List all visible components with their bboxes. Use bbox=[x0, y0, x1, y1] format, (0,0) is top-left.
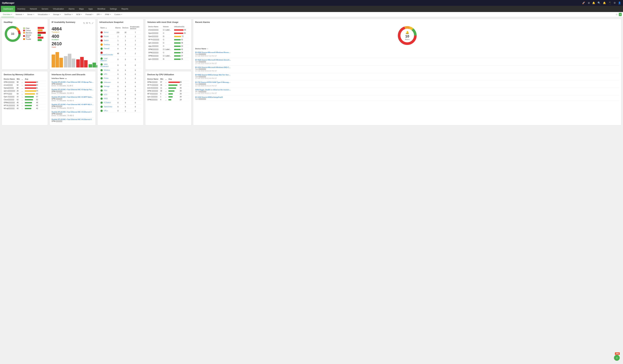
iface-row[interactable]: Realtek RTL8139C+ Fast Ethernet NIC #4-E… bbox=[52, 118, 94, 123]
memory-row[interactable]: Opm-2xxxxxxx 15 ... 57 bbox=[4, 95, 46, 98]
memory-row[interactable]: HP Prxxxxx 59 ... 63 bbox=[4, 92, 46, 95]
copy-icon[interactable]: ⧉ bbox=[86, 21, 88, 24]
settings-icon[interactable]: ⚙ bbox=[614, 1, 616, 4]
cpu-row[interactable]: HP Dxxxxxxxx 4 ... 29 bbox=[147, 92, 189, 95]
disk-table-row[interactable]: OPMxxxxxxxx C: 38 bbox=[148, 51, 189, 54]
cpu-row[interactable]: OPM-xxxxxxxx 30 ... 39 bbox=[147, 89, 189, 92]
alarm-id[interactable]: ID=700 Source=NTDS ISAM Type=3 Message=N… bbox=[195, 82, 231, 83]
device-name[interactable]: FCSwitch bbox=[104, 102, 111, 104]
nav-item-dashboard[interactable]: Dashboard bbox=[1, 6, 15, 12]
nav-item-network[interactable]: Network bbox=[28, 6, 39, 12]
alarm-item[interactable]: ID=700 Source=NTDS ISAM Type=3 Message=N… bbox=[195, 81, 619, 88]
rocket-icon[interactable]: 🚀 bbox=[582, 1, 585, 4]
disk-table-row[interactable]: vijay-xxxxxxxx C: 43 bbox=[148, 45, 189, 48]
cpu-row[interactable]: OPMxxxxxxxx 4 ... 19 bbox=[147, 98, 189, 101]
device-name[interactable]: RAID bbox=[104, 98, 108, 99]
device-name[interactable]: Storage bbox=[104, 86, 110, 87]
sub-item-ipam[interactable]: IPAM ▼ bbox=[103, 12, 113, 17]
iface-name[interactable]: Realtek RTL8139C+ Fast Ethernet NIC #3-N… bbox=[52, 81, 94, 83]
device-name[interactable]: URLs bbox=[104, 110, 108, 112]
infra-table-row[interactable]: ✕ Switch 1 2 1 bbox=[100, 39, 141, 43]
cpu-row[interactable]: k16-Dxxxxxxxx 11 ... 49 bbox=[147, 87, 189, 89]
disk-table-row[interactable]: Opmxxxxxxxx C: 95 bbox=[148, 32, 189, 35]
cpu-row[interactable]: opm-xxxxxxxx 1 ... 28 bbox=[147, 95, 189, 98]
disk-table-row[interactable]: OPMxxxxxxxx C:\ Label... 37 bbox=[148, 55, 189, 57]
disk-table-row[interactable]: OPMxxxxxxxx C:\ Label... 42 bbox=[148, 48, 189, 51]
memory-row[interactable]: Opmaxxxxxxx 80 ... 81 bbox=[4, 87, 46, 89]
disk-table-row[interactable]: Opmxxxxxxxx D: 72 bbox=[148, 35, 189, 38]
star-icon[interactable]: ☆ bbox=[616, 13, 618, 16]
device-name[interactable]: UCS bbox=[104, 94, 107, 95]
disk-table-row[interactable]: opm-xxxxxxxx C: 48 bbox=[148, 42, 189, 44]
nav-item-virtualization[interactable]: Virtualization bbox=[50, 6, 66, 12]
infra-table-row[interactable]: ✓ RAID 0 0 0 bbox=[100, 97, 141, 101]
alarm-sort-arrow[interactable]: ▲ bbox=[207, 48, 208, 49]
infra-table-row[interactable]: ✓ Printer 0 1 0 bbox=[100, 77, 141, 80]
bell-icon[interactable]: 🔔 bbox=[592, 1, 595, 4]
infra-table-row[interactable]: ✓ WAN Accelerator 0 0 0 bbox=[100, 63, 141, 68]
alarm-item[interactable]: ID=2004 Source=Microsoft-Windows-Resourc… bbox=[195, 51, 619, 58]
disk-table-row[interactable]: opm-xxxxxxxx D: 35 bbox=[148, 58, 189, 61]
iface-sort-arrow[interactable]: ▲ bbox=[65, 77, 67, 79]
device-name[interactable]: Printer bbox=[104, 77, 109, 79]
nav-item-reports[interactable]: Reports bbox=[119, 6, 131, 12]
infra-table-row[interactable]: ✓ FCSwitch 0 0 0 bbox=[100, 101, 141, 105]
nav-item-workflow[interactable]: Workflow bbox=[95, 6, 108, 12]
infra-table-row[interactable]: ✓ Wireless 0 0 0 bbox=[100, 68, 141, 72]
nav-item-apps[interactable]: Apps bbox=[86, 6, 95, 12]
alarm-id[interactable]: ID=1014 Source=Microsoft-Windows-DNS-Cli… bbox=[195, 66, 231, 68]
memory-row[interactable]: opm-wxxxxxxxx 26 ... 74 bbox=[4, 89, 46, 92]
infra-table-row[interactable]: ✓ TapeLibrary 0 0 0 bbox=[100, 105, 141, 109]
user-icon[interactable]: 👤 bbox=[618, 1, 621, 4]
infra-table-row[interactable]: ! Desktop 8 3 2 bbox=[100, 43, 141, 46]
nav-item-maps[interactable]: Maps bbox=[77, 6, 86, 12]
infra-table-row[interactable]: ✓ Firewall 0 0 0 bbox=[100, 47, 141, 51]
sub-item-network[interactable]: Network ▼ bbox=[14, 12, 26, 17]
iface-name[interactable]: Realtek RTL8139C+ Fast Ethernet NIC #3-E… bbox=[52, 111, 94, 113]
devices-icon[interactable]: 📱 bbox=[608, 1, 611, 4]
nav-item-servers[interactable]: Servers bbox=[39, 6, 50, 12]
iface-row[interactable]: Realtek RTL8139C+ Fast Ethernet NIC #3-W… bbox=[52, 95, 94, 103]
memory-row[interactable]: Ciscoxxxxxxxx 52 ... 52 bbox=[4, 98, 46, 101]
monitor-icon[interactable]: 🖥 bbox=[587, 1, 590, 4]
memory-row[interactable]: OPMoxxxxxxxx 45 ... 46 bbox=[4, 101, 46, 104]
menu-icon[interactable]: ≡ bbox=[619, 13, 622, 16]
alarm-id[interactable]: ID=1010 Source=MSExchangeFastS bbox=[195, 96, 231, 98]
infra-table-row[interactable]: ✓ UPS 0 0 0 bbox=[100, 72, 141, 76]
iface-name[interactable]: Realtek RTL8139C+ Fast Ethernet NIC #4-E… bbox=[52, 119, 94, 120]
infra-table-row[interactable]: ✓ UCS 0 0 0 bbox=[100, 93, 141, 97]
alarm-item[interactable]: ID=1014 Source=Microsoft-Windows-DNS-Cli… bbox=[195, 65, 619, 73]
alarm-id[interactable]: APM Plugin: Health is critical as the re… bbox=[195, 89, 231, 91]
sub-item-ncm[interactable]: NCM ▼ bbox=[75, 12, 84, 17]
sort-icon[interactable]: ▲ bbox=[105, 27, 107, 29]
sub-item-custom[interactable]: Custom ▼ bbox=[113, 12, 124, 17]
expand-icon[interactable]: ⤢ bbox=[92, 22, 94, 24]
alarm-item[interactable]: ID=6002 Source=MSExchange Mid-Tier Stora… bbox=[195, 73, 619, 81]
nav-item-alarms[interactable]: Alarms bbox=[66, 6, 77, 12]
device-name[interactable]: TapeLibrary bbox=[104, 106, 112, 107]
search-icon[interactable]: 🔍 bbox=[598, 1, 601, 4]
alarm-item[interactable]: ID=4625 Source=Microsoft-Windows-Securit… bbox=[195, 58, 619, 65]
infra-table-row[interactable]: ✓ Unknown 0 3 0 bbox=[100, 81, 141, 84]
infra-table-row[interactable]: ✕ Router 2 2 2 bbox=[100, 35, 141, 39]
device-name[interactable]: DomainController bbox=[100, 54, 113, 56]
iface-name[interactable]: Realtek RTL8139C+ Fast Ethernet NIC #3-W… bbox=[52, 104, 94, 106]
cpu-row[interactable]: OPMcxxxxxxx 97 ... 99 bbox=[147, 81, 189, 84]
iface-row[interactable]: Realtek RTL8139C+ Fast Ethernet NIC #3-N… bbox=[52, 88, 94, 95]
alarm-id[interactable]: ID=2004 Source=Microsoft-Windows-Resourc… bbox=[195, 52, 231, 53]
sub-item-storage[interactable]: Storage ▼ bbox=[51, 12, 63, 17]
infra-table-row[interactable]: ✕ DomainController 49 2 2 bbox=[100, 51, 141, 56]
alarm-item[interactable]: ID=1010 Source=MSExchangeFastS Opmxxxxxx… bbox=[195, 95, 619, 101]
device-name[interactable]: Firewall bbox=[104, 48, 109, 49]
infra-table-row[interactable]: ✓ URLs 0 0 0 bbox=[100, 109, 141, 113]
memory-row[interactable]: OPM-xxxxxxxx 98 ... 98 bbox=[4, 81, 46, 84]
iface-row[interactable]: Realtek RTL8139C+ Fast Ethernet NIC #3-N… bbox=[52, 80, 94, 88]
disk-table-row[interactable]: HP Prxxxxxxxx C: 52 bbox=[148, 38, 189, 41]
device-name[interactable]: Server bbox=[104, 31, 109, 33]
device-name[interactable]: Switch bbox=[104, 40, 109, 41]
infra-table-row[interactable]: ✓ Storage 0 0 0 bbox=[100, 85, 141, 88]
edit-icon[interactable]: ✎ bbox=[89, 22, 91, 24]
sub-item-firewall[interactable]: Firewall ▼ bbox=[84, 12, 95, 17]
memory-row[interactable]: vCentxxxxxx 92 ... 93 bbox=[4, 84, 46, 87]
iface-name[interactable]: Realtek RTL8139C+ Fast Ethernet NIC #3-N… bbox=[52, 89, 94, 90]
